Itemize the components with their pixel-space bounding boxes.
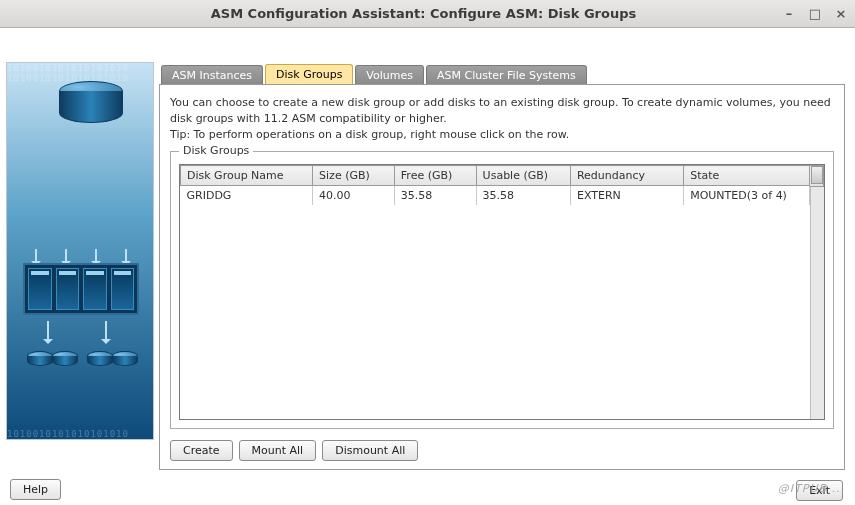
storage-rack-icon: [23, 263, 139, 315]
help-button[interactable]: Help: [10, 479, 61, 500]
table-row[interactable]: GRIDDG 40.00 35.58 35.58 EXTERN MOUNTED(…: [181, 186, 810, 206]
tabs: ASM Instances Disk Groups Volumes ASM Cl…: [161, 62, 845, 84]
cell-size: 40.00: [313, 186, 395, 206]
main-panel: ASM Instances Disk Groups Volumes ASM Cl…: [159, 62, 845, 470]
description-line1: You can choose to create a new disk grou…: [170, 95, 834, 127]
mount-all-button[interactable]: Mount All: [239, 440, 317, 461]
dismount-all-button[interactable]: Dismount All: [322, 440, 418, 461]
minimize-button[interactable]: –: [781, 6, 797, 22]
table-header-row: Disk Group Name Size (GB) Free (GB) Usab…: [181, 166, 810, 186]
database-icon: [59, 81, 123, 131]
scrollbar-thumb[interactable]: [811, 166, 823, 184]
col-state[interactable]: State: [684, 166, 810, 186]
col-usable[interactable]: Usable (GB): [476, 166, 570, 186]
tab-volumes[interactable]: Volumes: [355, 65, 424, 85]
window-title: ASM Configuration Assistant: Configure A…: [6, 6, 781, 21]
disk-groups-table[interactable]: Disk Group Name Size (GB) Free (GB) Usab…: [179, 164, 825, 420]
disk-icon: [112, 351, 138, 369]
tab-asm-cluster-file-systems[interactable]: ASM Cluster File Systems: [426, 65, 587, 85]
create-button[interactable]: Create: [170, 440, 233, 461]
col-disk-group-name[interactable]: Disk Group Name: [181, 166, 313, 186]
disk-icon: [52, 351, 78, 369]
disk-groups-fieldset: Disk Groups Disk Group Name Size (GB) Fr…: [170, 151, 834, 429]
maximize-button[interactable]: □: [807, 6, 823, 22]
tab-page-disk-groups: You can choose to create a new disk grou…: [159, 84, 845, 470]
cell-name: GRIDDG: [181, 186, 313, 206]
bottom-bar: Help Exit: [0, 473, 855, 505]
disk-icon: [27, 351, 53, 369]
cell-usable: 35.58: [476, 186, 570, 206]
disk-icon: [87, 351, 113, 369]
tab-asm-instances[interactable]: ASM Instances: [161, 65, 263, 85]
fieldset-legend: Disk Groups: [179, 144, 253, 157]
window-buttons: – □ ×: [781, 6, 849, 22]
watermark: @ITPUB ...: [778, 482, 845, 495]
cell-free: 35.58: [394, 186, 476, 206]
col-size[interactable]: Size (GB): [313, 166, 395, 186]
description-line2: Tip: To perform operations on a disk gro…: [170, 127, 834, 143]
tab-disk-groups[interactable]: Disk Groups: [265, 64, 353, 85]
table-scrollbar[interactable]: [810, 165, 824, 419]
description-text: You can choose to create a new disk grou…: [170, 95, 834, 143]
action-buttons: Create Mount All Dismount All: [170, 440, 418, 461]
cell-redundancy: EXTERN: [570, 186, 683, 206]
titlebar: ASM Configuration Assistant: Configure A…: [0, 0, 855, 28]
col-redundancy[interactable]: Redundancy: [570, 166, 683, 186]
cell-state: MOUNTED(3 of 4): [684, 186, 810, 206]
col-free[interactable]: Free (GB): [394, 166, 476, 186]
content-area: 1010010101010101010 1010010101010101010 …: [0, 28, 855, 505]
sidebar-illustration: 1010010101010101010 1010010101010101010 …: [6, 62, 154, 440]
close-button[interactable]: ×: [833, 6, 849, 22]
